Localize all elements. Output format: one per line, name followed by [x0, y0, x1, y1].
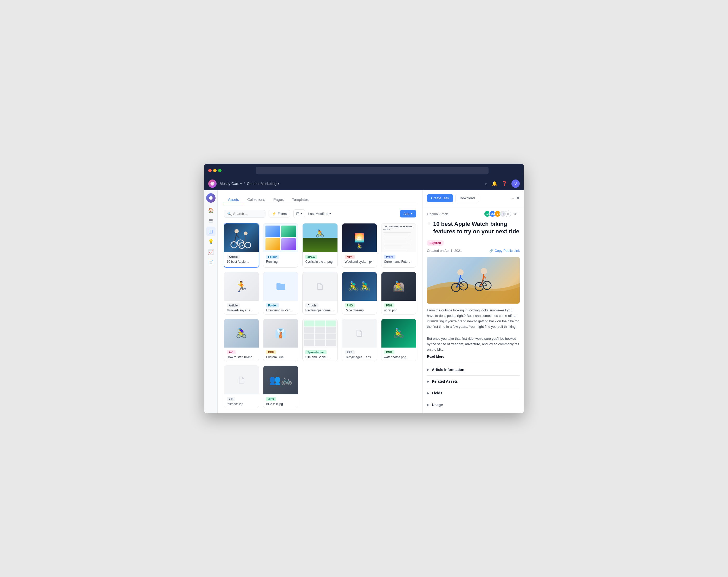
asset-thumb-5: The Game Plan: An audience-centric	[382, 223, 416, 252]
search-input[interactable]	[233, 212, 262, 216]
asset-name-10: uphill.png	[384, 308, 413, 312]
detail-section-usage[interactable]: ▶ Usage	[427, 399, 520, 410]
detail-section-article-info[interactable]: ▶ Article Information	[427, 364, 520, 375]
breadcrumb-mosey-cars-label: Mosey Cars	[220, 182, 239, 186]
tab-assets[interactable]: Assets	[224, 195, 243, 204]
asset-card-8[interactable]: Article Reclaim 'performa ...	[303, 272, 337, 315]
zip-icon	[224, 366, 259, 394]
copy-public-link[interactable]: 🔗 Copy Public Link	[489, 249, 520, 253]
sidebar-item-list[interactable]: ☰	[206, 216, 215, 226]
sidebar-item-lightbulb[interactable]: 💡	[206, 237, 215, 246]
filters-button[interactable]: ⚡ Filters	[268, 210, 290, 218]
asset-info-7: Folder Exercising in Pan...	[263, 301, 298, 314]
add-button[interactable]: Add ▾	[400, 210, 416, 218]
asset-thumb-10: 🚵	[382, 272, 416, 301]
asset-badge-13: Spreadsheet	[305, 350, 327, 354]
asset-card-10[interactable]: 🚵 PNG uphill.png	[381, 272, 416, 315]
detail-section-related-assets[interactable]: ▶ Related Assets	[427, 375, 520, 387]
asset-badge-3: JPEG	[305, 255, 317, 259]
folder-thumb-grid-2	[263, 223, 298, 252]
star-icon[interactable]: ☆	[427, 220, 431, 226]
asset-card-11[interactable]: 🚴‍♀️ AVI How to start biking	[224, 319, 259, 361]
asset-card-17[interactable]: 👥🚲 JPG Bike talk.jpg	[263, 366, 298, 408]
tab-collections[interactable]: Collections	[243, 195, 269, 204]
asset-card-9[interactable]: 🚴‍♂️🚴‍♂️ PNG Race closeup	[342, 272, 377, 315]
help-icon[interactable]: ❓	[501, 181, 507, 186]
asset-badge-1: Article	[227, 255, 240, 259]
search-icon[interactable]: ⌕	[485, 181, 488, 186]
asset-card-7[interactable]: Folder Exercising in Pan...	[263, 272, 298, 315]
minimize-button[interactable]	[213, 169, 216, 172]
asset-thumb-13	[303, 319, 337, 348]
asset-thumb-4: 🌅 🚴	[342, 223, 377, 252]
chevron-down-icon-2: ▾	[278, 182, 279, 185]
last-modified-button[interactable]: Last Modified ▾	[308, 212, 331, 216]
asset-grid: Article 10 best Apple ...	[224, 223, 416, 408]
add-label: Add	[404, 212, 410, 216]
tab-templates[interactable]: Templates	[288, 195, 313, 204]
svg-point-4	[244, 231, 248, 235]
asset-badge-5: Word	[384, 255, 395, 259]
link-icon: 🔗	[489, 249, 493, 253]
breadcrumb-content-marketing[interactable]: Content Marketing ▾	[247, 182, 279, 186]
asset-card-16[interactable]: ZIP testdocs.zip	[224, 366, 259, 408]
download-button[interactable]: Download	[455, 194, 479, 202]
asset-badge-11: AVI	[227, 350, 236, 354]
breadcrumb-separator: /	[244, 182, 245, 186]
asset-name-9: Race closeup	[345, 308, 374, 312]
chevron-down-icon-modified: ▾	[330, 212, 331, 216]
title-bar	[204, 164, 524, 177]
create-task-button[interactable]: Create Task	[427, 194, 453, 202]
asset-card-15[interactable]: 🚴‍♂️ PNG water bottle.png	[381, 319, 416, 361]
asset-card-14[interactable]: EPS GettyImages....eps	[342, 319, 377, 361]
sidebar-item-doc[interactable]: 📄	[206, 258, 215, 267]
asset-card-5[interactable]: The Game Plan: An audience-centric	[381, 223, 416, 268]
search-box[interactable]: 🔍	[224, 210, 265, 218]
read-more-link[interactable]: Read More	[427, 355, 520, 358]
svg-point-6	[245, 242, 251, 248]
detail-section-fields[interactable]: ▶ Fields	[427, 387, 520, 399]
fields-label: Fields	[432, 391, 442, 395]
url-bar[interactable]	[256, 167, 489, 174]
doc-icon	[303, 272, 337, 301]
maximize-button[interactable]	[218, 169, 222, 172]
article-info-label: Article Information	[432, 368, 464, 372]
sidebar-item-assets[interactable]: ◫	[206, 227, 215, 236]
folder-icon	[263, 272, 298, 301]
asset-thumb-3: 🚴	[303, 223, 337, 252]
asset-thumb-1	[224, 223, 259, 252]
breadcrumb-mosey-cars[interactable]: Mosey Cars ▾	[220, 182, 242, 186]
eps-icon	[342, 319, 377, 348]
asset-info-17: JPG Bike talk.jpg	[263, 394, 298, 408]
asset-info-15: PNG water bottle.png	[382, 348, 416, 361]
asset-card-6[interactable]: 🏃 Article Muoverti says its ...	[224, 272, 259, 315]
grid-view-button[interactable]: ⊞ ▾	[293, 209, 305, 218]
asset-name-13: Site and Social ...	[305, 355, 335, 359]
sidebar-item-home[interactable]: 🏠	[206, 206, 215, 215]
asset-badge-2: Folder	[266, 255, 279, 259]
asset-name-2: Running	[266, 260, 295, 264]
user-avatar[interactable]: U	[512, 179, 520, 188]
more-options-button[interactable]: ···	[511, 195, 514, 201]
expired-badge: Expired	[427, 241, 444, 246]
asset-card-3[interactable]: 🚴 JPEG Cyclist in the ....png	[303, 223, 337, 268]
detail-panel: Create Task Download ··· ✕ Original Arti…	[422, 190, 524, 413]
asset-name-14: GettyImages....eps	[345, 355, 374, 359]
asset-name-7: Exercising in Pan...	[266, 308, 295, 312]
grid-icon: ⊞	[296, 211, 300, 216]
tab-pages[interactable]: Pages	[269, 195, 288, 204]
close-button[interactable]	[208, 169, 212, 172]
asset-card-1[interactable]: Article 10 best Apple ...	[224, 223, 259, 268]
asset-card-13[interactable]: Spreadsheet Site and Social ...	[303, 319, 337, 361]
asset-badge-12: PDF	[266, 350, 276, 354]
asset-card-2[interactable]: Folder Running	[263, 223, 298, 268]
created-date: Created on Apr 1, 2021	[427, 249, 462, 253]
notification-icon[interactable]: 🔔	[492, 181, 497, 186]
avatar-settings[interactable]: ⚙	[505, 210, 512, 217]
detail-hero-image	[427, 257, 520, 304]
close-detail-button[interactable]: ✕	[516, 196, 520, 201]
asset-card-12[interactable]: 👔 PDF Custom Bike	[263, 319, 298, 361]
asset-info-5: Word Current and Future ...	[382, 252, 416, 268]
sidebar-item-chart[interactable]: 📈	[206, 247, 215, 257]
asset-card-4[interactable]: 🌅 🚴 MP4 Weekend cycl...mp4	[342, 223, 377, 268]
